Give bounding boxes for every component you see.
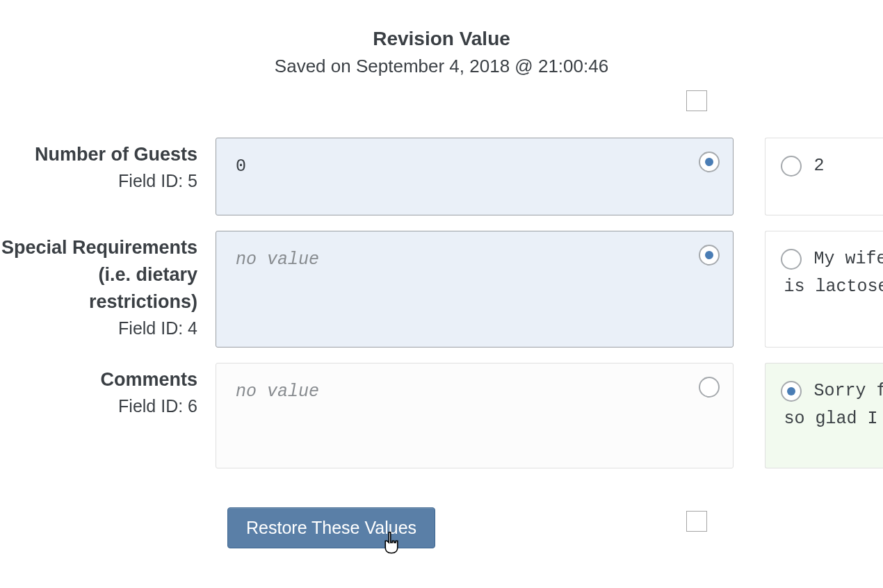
field-row: Number of Guests Field ID: 5 0 2 xyxy=(0,138,883,215)
select-all-bottom-checkbox[interactable] xyxy=(686,511,707,532)
current-value-text: 2 xyxy=(813,152,824,180)
radio-holder xyxy=(699,377,720,398)
field-label: Comments xyxy=(0,366,197,393)
radio-select-revision[interactable] xyxy=(699,377,720,398)
current-value-col: My wife is lactose xyxy=(765,231,883,348)
current-value-col: Sorry f so glad I xyxy=(765,363,883,468)
restore-values-button[interactable]: Restore These Values xyxy=(227,507,435,548)
field-label-col: Number of Guests Field ID: 5 xyxy=(0,138,216,215)
revision-value-placeholder: no value xyxy=(236,382,319,402)
radio-holder xyxy=(781,381,802,402)
revision-header: Revision Value Saved on September 4, 201… xyxy=(0,0,883,77)
current-value-box[interactable]: 2 xyxy=(765,138,883,215)
radio-select-current[interactable] xyxy=(781,381,802,402)
revision-title: Revision Value xyxy=(0,28,883,50)
select-all-top-checkbox[interactable] xyxy=(686,90,707,111)
field-row: Comments Field ID: 6 no value Sorry f so… xyxy=(0,363,883,468)
radio-select-revision[interactable] xyxy=(699,245,720,266)
field-label: Number of Guests xyxy=(0,141,197,168)
current-value-col: 2 xyxy=(765,138,883,215)
field-label-col: Comments Field ID: 6 xyxy=(0,363,216,468)
current-value-text: Sorry f so glad I xyxy=(813,377,883,433)
radio-holder xyxy=(781,156,802,177)
radio-select-revision[interactable] xyxy=(699,152,720,172)
current-value-text: My wife is lactose xyxy=(813,245,883,301)
revision-value-box[interactable]: no value xyxy=(216,363,734,468)
field-label-col: Special Requirements (i.e. dietary restr… xyxy=(0,231,216,348)
field-id: Field ID: 4 xyxy=(0,318,197,338)
revision-value-box[interactable]: no value xyxy=(216,231,734,348)
radio-holder xyxy=(781,249,802,270)
radio-select-current[interactable] xyxy=(781,156,802,177)
current-value-box[interactable]: Sorry f so glad I xyxy=(765,363,883,468)
field-label: Special Requirements (i.e. dietary restr… xyxy=(0,234,197,316)
field-id: Field ID: 6 xyxy=(0,396,197,416)
revision-value: 0 xyxy=(236,156,246,177)
radio-select-current[interactable] xyxy=(781,249,802,270)
revision-value-box[interactable]: 0 xyxy=(216,138,734,215)
field-row: Special Requirements (i.e. dietary restr… xyxy=(0,231,883,348)
revision-form: Number of Guests Field ID: 5 0 2 Special… xyxy=(0,138,883,484)
radio-holder xyxy=(699,245,720,266)
revision-value-placeholder: no value xyxy=(236,250,319,270)
radio-holder xyxy=(699,152,720,172)
field-id: Field ID: 5 xyxy=(0,171,197,191)
revision-subtitle: Saved on September 4, 2018 @ 21:00:46 xyxy=(0,56,883,77)
current-value-box[interactable]: My wife is lactose xyxy=(765,231,883,348)
